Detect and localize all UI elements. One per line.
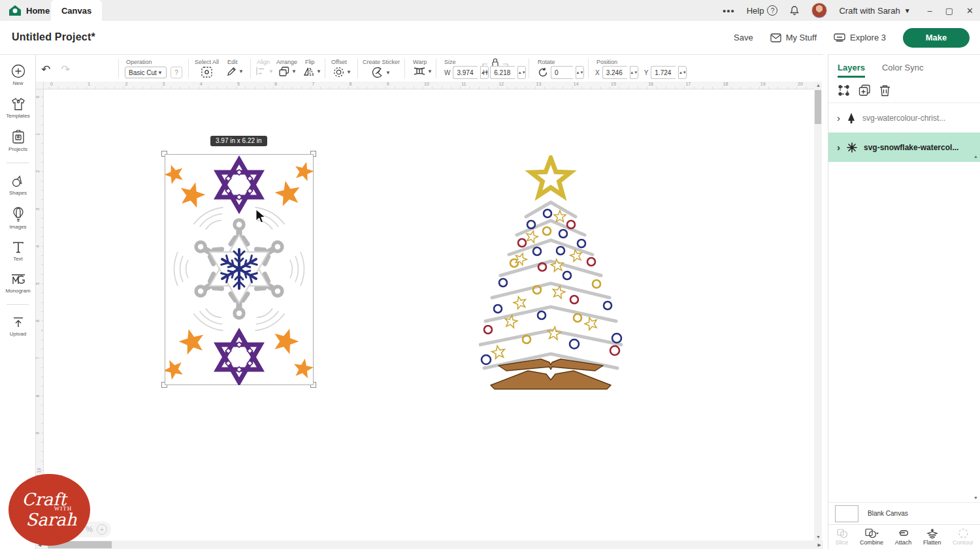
vertical-scroll-thumb[interactable] [815,90,821,124]
scroll-up-arrow-icon[interactable]: ▲ [816,83,821,87]
create-sticker-button[interactable]: ▼ [372,67,391,78]
ruler-number: 7 [312,82,314,86]
x-stepper[interactable]: ▲▼ [630,66,638,79]
horizontal-scrollbar[interactable]: ◀ ▶ [36,541,823,549]
ruler-number: 8 [35,394,40,397]
height-input[interactable]: 6.218 [490,66,515,79]
y-input[interactable]: 1.724 [651,66,676,79]
sidebar-label: Upload [10,331,26,337]
layer-row-tree[interactable]: › svg-watercolour-christ... [828,103,980,133]
chevron-right-icon[interactable]: › [837,112,840,123]
slice-label: Slice [836,539,849,546]
attach-button[interactable]: Attach [895,528,912,546]
chevron-right-icon[interactable]: › [837,142,840,153]
sidebar-item-projects[interactable]: Projects [0,130,36,152]
width-input[interactable]: 3.974 [453,66,478,79]
explore-label: Explore 3 [850,33,886,42]
layer-row-snowflake-selected[interactable]: › svg-snowflake-watercol... [828,133,980,162]
chevron-down-icon: ▼ [316,69,321,74]
sidebar-item-text[interactable]: Text [0,241,36,262]
operation-help-button[interactable]: ? [171,67,182,78]
offset-button[interactable]: ▼ [333,67,351,78]
flip-button[interactable]: ▼ [304,67,321,76]
flatten-label: Flatten [923,539,941,546]
ruler-number: 4 [200,82,203,86]
rotate-input[interactable]: 0 [551,66,573,79]
ruler-number: 6 [35,320,40,322]
delete-icon[interactable] [879,84,890,97]
height-stepper[interactable]: ▲▼ [517,66,526,79]
x-input[interactable]: 3.246 [602,66,627,79]
canvas-tab[interactable]: Canvas [51,0,102,21]
operation-select[interactable]: Basic Cut▼ [125,67,167,78]
scroll-up-arrow-icon[interactable]: ▲ [973,154,978,159]
make-button[interactable]: Make [903,28,970,48]
canvas-color-swatch[interactable] [835,505,858,522]
sticker-icon [372,67,384,78]
ruler-number: 2 [125,82,127,86]
flip-icon [304,67,314,76]
shapes-icon [10,174,25,188]
christmas-tree-design[interactable] [479,155,623,390]
tab-layers[interactable]: Layers [838,63,865,78]
vertical-scrollbar[interactable]: ▲ ▼ [814,82,822,541]
size-tooltip: 3.97 in x 6.22 in [210,136,267,146]
sidebar-item-new[interactable]: New [0,64,36,86]
arrange-button[interactable]: ▼ [279,67,297,76]
combine-label: Combine [860,539,883,546]
overflow-menu-icon[interactable]: ••• [723,5,735,16]
help-question-icon: ? [767,5,777,16]
mouse-cursor [255,209,269,223]
sidebar-item-shapes[interactable]: Shapes [0,174,36,196]
user-avatar[interactable] [811,3,827,18]
scroll-down-arrow-icon[interactable]: ▼ [973,495,978,500]
contour-button: Contour [953,528,973,546]
notifications-bell-icon[interactable] [789,5,800,16]
sidebar-item-templates[interactable]: Templates [0,97,36,119]
ruler-number: 1 [88,82,90,86]
snowflake-card-design[interactable] [165,154,314,385]
redo-button[interactable]: ↷ [61,63,70,76]
blank-canvas-row[interactable]: Blank Canvas [828,502,980,524]
minimize-button[interactable]: – [928,6,932,16]
account-menu[interactable]: Craft with Sarah ▼ [839,6,910,16]
sidebar-divider [7,304,29,305]
arrange-icon [279,67,289,76]
scroll-down-arrow-icon[interactable]: ▼ [816,535,821,539]
x-label: X [595,69,600,76]
sidebar-item-upload[interactable]: Upload [0,316,36,337]
zoom-in-button[interactable]: + [97,524,107,535]
combine-button[interactable]: Combine [860,528,883,546]
select-all-button[interactable] [201,67,212,78]
close-button[interactable]: ✕ [966,6,973,16]
y-stepper[interactable]: ▲▼ [678,66,687,79]
tab-color-sync[interactable]: Color Sync [882,63,924,78]
sidebar-label: Shapes [9,190,27,196]
warp-icon [414,67,425,76]
sidebar-item-images[interactable]: Images [0,207,36,230]
slice-button: Slice [836,528,849,546]
explore-button[interactable]: Explore 3 [834,33,886,42]
craft-with-sarah-logo: Craft WITH Sarah [8,474,90,546]
rotate-stepper[interactable]: ▲▼ [576,66,584,79]
rotate-icon[interactable] [538,67,548,78]
account-name: Craft with Sarah [839,6,900,16]
edit-button[interactable]: ▼ [227,67,244,76]
my-stuff-button[interactable]: My Stuff [770,33,817,42]
help-menu[interactable]: Help ? [747,5,778,16]
scroll-right-arrow-icon[interactable]: ▶ [818,542,821,548]
panel-scrollbar[interactable]: ▲ ▼ [973,154,979,500]
cricut-design-space-window: Home Canvas ••• Help ? Craft with Sarah … [0,0,980,549]
home-tab[interactable]: Home [9,0,50,21]
flatten-button[interactable]: Flatten [923,528,941,546]
tree-topper-star [530,157,572,197]
group-icon[interactable] [838,84,850,97]
sidebar-item-monogram[interactable]: Monogram [0,273,36,294]
offset-label: Offset [331,59,347,65]
warp-button[interactable]: ▼ [414,67,433,76]
undo-button[interactable]: ↶ [41,63,50,76]
maximize-button[interactable]: ▢ [945,6,953,16]
sidebar-label: New [12,80,23,86]
duplicate-icon[interactable] [858,84,871,97]
save-button[interactable]: Save [734,33,753,42]
